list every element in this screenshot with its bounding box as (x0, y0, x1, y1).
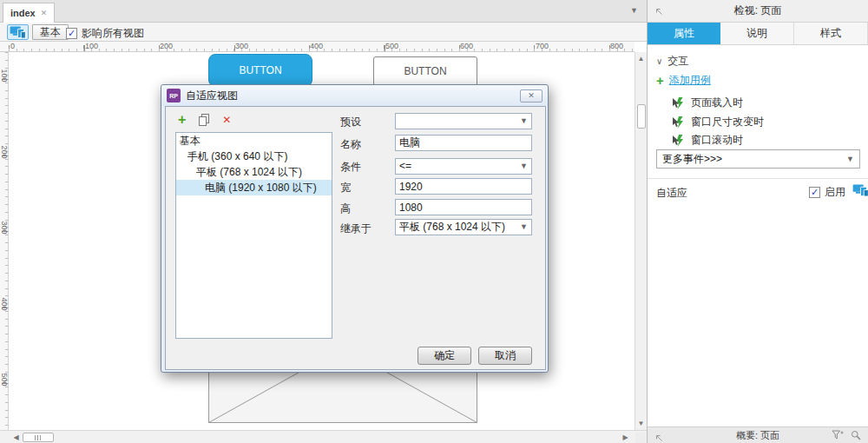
devices-icon[interactable] (852, 184, 868, 196)
close-icon[interactable]: ✕ (520, 89, 542, 102)
chevron-down-icon: ▼ (520, 159, 528, 174)
adaptive-views-button[interactable] (7, 24, 29, 40)
vertical-ruler: 100 200 300 400 500 (0, 52, 9, 430)
canvas-primary-button-widget[interactable]: BUTTON (208, 54, 312, 87)
condition-label: 条件 (340, 160, 361, 175)
horizontal-scroll-thumb[interactable] (23, 433, 54, 442)
ruler-mark: 200 (160, 42, 173, 50)
inspector-title: 检视: 页面 (734, 3, 782, 18)
view-list-item[interactable]: 手机 (360 x 640 以下) (176, 149, 332, 164)
scroll-right-icon[interactable]: ▶ (620, 432, 631, 443)
event-window-resize[interactable]: 窗口尺寸改变时 (672, 115, 764, 129)
ruler-mark: 300 (0, 220, 9, 235)
tab-index[interactable]: index ✕ (3, 3, 55, 23)
affect-all-views-checkbox[interactable]: ✓ (66, 28, 77, 39)
event-icon (672, 135, 684, 147)
horizontal-ruler: 0 100 200 300 400 500 600 700 800 (9, 42, 635, 52)
search-icon[interactable] (851, 430, 861, 440)
chevron-down-icon: ▼ (846, 150, 854, 168)
dialog-title: 自适应视图 (186, 89, 515, 103)
preset-label: 预设 (340, 115, 361, 129)
inherit-label: 继承于 (340, 222, 372, 236)
base-view-button[interactable]: 基本 (32, 24, 69, 40)
ruler-mark: 100 (85, 42, 98, 50)
vertical-scroll-thumb[interactable] (637, 104, 646, 129)
devices-icon (10, 26, 26, 38)
ruler-mark: 100 (0, 68, 9, 83)
ruler-mark: 200 (0, 144, 9, 160)
inspector-panel: 检视: 页面 属性 说明 样式 ∨ 交互 + 添加用例 页面载入时 (647, 0, 868, 443)
plus-icon: + (656, 75, 664, 87)
inspector-tabs: 属性 说明 样式 (648, 23, 868, 45)
ruler-mark: 400 (310, 42, 323, 50)
tab-overflow-icon[interactable]: ▼ (630, 6, 638, 15)
height-field[interactable] (395, 199, 532, 215)
more-events-dropdown[interactable]: 更多事件>>> ▼ (656, 149, 860, 169)
preset-dropdown[interactable]: ▼ (395, 113, 532, 129)
scroll-down-icon[interactable]: ▼ (635, 418, 647, 429)
condition-dropdown[interactable]: <= ▼ (395, 158, 532, 175)
ruler-mark: 500 (0, 372, 9, 387)
scroll-up-icon[interactable]: ▲ (635, 53, 647, 64)
event-icon (672, 97, 684, 109)
rp-logo-icon: RP (167, 89, 181, 102)
affect-all-views-label: 影响所有视图 (82, 26, 144, 41)
ok-button[interactable]: 确定 (418, 347, 471, 365)
axure-app: index ✕ ▼ 基本 ✓ 影响所有视图 0 100 200 300 400 … (0, 0, 868, 443)
chevron-down-icon: ▼ (520, 114, 528, 129)
view-list-item-selected[interactable]: 电脑 (1920 x 1080 以下) (176, 180, 332, 195)
width-field[interactable] (395, 178, 532, 195)
vertical-scrollbar[interactable]: ▲ ▼ (635, 52, 647, 430)
collapse-pane-icon[interactable] (654, 7, 663, 16)
event-page-load[interactable]: 页面载入时 (672, 96, 743, 110)
tab-properties[interactable]: 属性 (648, 23, 720, 44)
adaptive-section-label: 自适应 (656, 186, 687, 201)
chevron-down-icon: ▼ (520, 220, 528, 235)
duplicate-view-icon[interactable] (198, 114, 210, 126)
scrollbar-corner (635, 433, 646, 443)
ruler-mark: 700 (536, 42, 549, 50)
enable-adaptive-checkbox[interactable]: ✓ (809, 187, 820, 198)
inherit-dropdown[interactable]: 平板 (768 x 1024 以下) ▼ (395, 219, 532, 235)
view-list-item[interactable]: 基本 (176, 133, 332, 149)
ruler-corner (0, 42, 9, 52)
filter-icon[interactable] (832, 430, 844, 440)
tab-style[interactable]: 样式 (794, 23, 868, 44)
horizontal-scrollbar[interactable]: ◀ ▶ (0, 430, 647, 443)
tab-notes[interactable]: 说明 (720, 23, 794, 44)
event-icon (672, 116, 684, 129)
dialog-body: + ✕ 基本 手机 (360 x 640 以下) 平板 (768 x 1024 … (165, 106, 546, 370)
height-label: 高 (340, 202, 351, 216)
collapse-pane-icon[interactable] (654, 433, 663, 442)
add-case-link[interactable]: + 添加用例 (656, 73, 711, 88)
view-toolbar: 基本 ✓ 影响所有视图 (0, 23, 647, 42)
cancel-button[interactable]: 取消 (478, 347, 532, 365)
scroll-left-icon[interactable]: ◀ (10, 432, 22, 443)
width-label: 宽 (340, 181, 351, 195)
interaction-section-header[interactable]: ∨ 交互 (656, 54, 688, 69)
close-icon[interactable]: ✕ (41, 9, 48, 17)
name-label: 名称 (340, 137, 361, 152)
ruler-mark: 400 (0, 296, 9, 312)
dialog-titlebar[interactable]: RP 自适应视图 ✕ (161, 85, 548, 106)
name-field[interactable] (395, 135, 532, 151)
tab-strip: index ✕ ▼ (0, 0, 647, 23)
event-window-scroll[interactable]: 窗口滚动时 (672, 133, 743, 148)
canvas-secondary-button-widget[interactable]: BUTTON (373, 56, 477, 86)
ruler-mark: 300 (235, 42, 248, 50)
tab-label: index (10, 8, 36, 18)
outline-title: 概要: 页面 (736, 429, 779, 442)
ruler-mark: 600 (460, 42, 473, 50)
views-list: 基本 手机 (360 x 640 以下) 平板 (768 x 1024 以下) … (175, 132, 332, 339)
divider (648, 178, 868, 179)
view-list-item[interactable]: 平板 (768 x 1024 以下) (176, 164, 332, 180)
delete-view-icon[interactable]: ✕ (222, 114, 231, 126)
enable-label: 启用 (825, 185, 845, 200)
adaptive-views-dialog: RP 自适应视图 ✕ + ✕ 基本 手机 (360 x 640 以下) 平板 (… (161, 84, 549, 373)
add-view-icon[interactable]: + (178, 114, 186, 126)
ruler-mark: 500 (385, 42, 398, 50)
ruler-mark: 0 (10, 42, 15, 50)
outline-footer: 概要: 页面 (648, 426, 868, 443)
inspector-header: 检视: 页面 (648, 0, 868, 23)
ruler-mark: 800 (610, 42, 623, 50)
